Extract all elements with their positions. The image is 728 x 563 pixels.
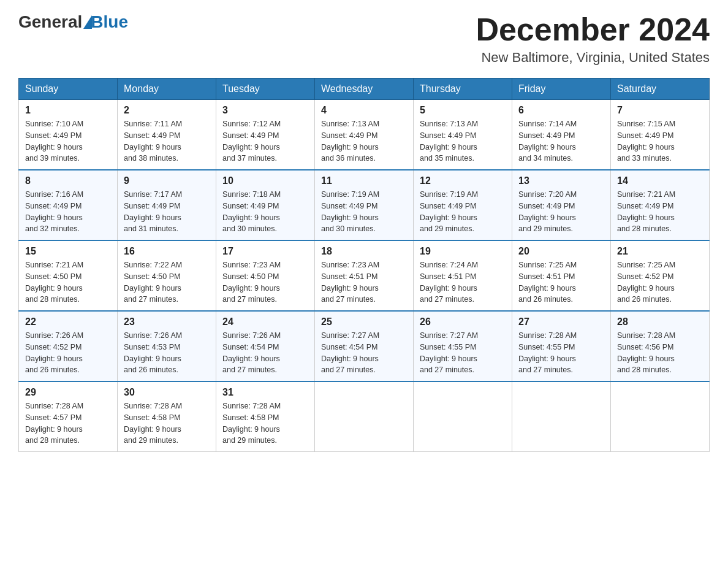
- day-info: Sunrise: 7:11 AMSunset: 4:49 PMDaylight:…: [124, 118, 210, 164]
- title-area: December 2024 New Baltimore, Virginia, U…: [476, 12, 710, 66]
- day-number: 3: [222, 105, 308, 116]
- table-row: 15Sunrise: 7:21 AMSunset: 4:50 PMDayligh…: [19, 240, 118, 311]
- calendar-header-row: Sunday Monday Tuesday Wednesday Thursday…: [19, 79, 710, 100]
- table-row: 1Sunrise: 7:10 AMSunset: 4:49 PMDaylight…: [19, 100, 118, 170]
- calendar-week-3: 15Sunrise: 7:21 AMSunset: 4:50 PMDayligh…: [19, 240, 710, 311]
- day-info: Sunrise: 7:14 AMSunset: 4:49 PMDaylight:…: [518, 118, 604, 164]
- day-number: 4: [321, 105, 407, 116]
- table-row: [611, 381, 710, 452]
- logo-general: General: [18, 12, 82, 32]
- day-info: Sunrise: 7:28 AMSunset: 4:58 PMDaylight:…: [124, 400, 210, 446]
- day-number: 20: [518, 246, 604, 257]
- month-title: December 2024: [476, 12, 710, 47]
- day-info: Sunrise: 7:20 AMSunset: 4:49 PMDaylight:…: [518, 189, 604, 235]
- day-number: 31: [222, 387, 308, 398]
- col-tuesday: Tuesday: [216, 79, 315, 100]
- table-row: 17Sunrise: 7:23 AMSunset: 4:50 PMDayligh…: [216, 240, 315, 311]
- day-info: Sunrise: 7:27 AMSunset: 4:55 PMDaylight:…: [420, 330, 506, 376]
- day-number: 10: [222, 175, 308, 186]
- table-row: [315, 381, 414, 452]
- col-friday: Friday: [512, 79, 611, 100]
- day-info: Sunrise: 7:13 AMSunset: 4:49 PMDaylight:…: [420, 118, 506, 164]
- table-row: 31Sunrise: 7:28 AMSunset: 4:58 PMDayligh…: [216, 381, 315, 452]
- table-row: 18Sunrise: 7:23 AMSunset: 4:51 PMDayligh…: [315, 240, 414, 311]
- col-saturday: Saturday: [611, 79, 710, 100]
- day-number: 24: [222, 316, 308, 327]
- day-number: 8: [25, 175, 111, 186]
- table-row: [414, 381, 512, 452]
- table-row: 13Sunrise: 7:20 AMSunset: 4:49 PMDayligh…: [512, 170, 611, 240]
- day-info: Sunrise: 7:17 AMSunset: 4:49 PMDaylight:…: [124, 189, 210, 235]
- table-row: 29Sunrise: 7:28 AMSunset: 4:57 PMDayligh…: [19, 381, 118, 452]
- day-info: Sunrise: 7:27 AMSunset: 4:54 PMDaylight:…: [321, 330, 407, 376]
- table-row: 5Sunrise: 7:13 AMSunset: 4:49 PMDaylight…: [414, 100, 512, 170]
- calendar-week-5: 29Sunrise: 7:28 AMSunset: 4:57 PMDayligh…: [19, 381, 710, 452]
- logo: General Blue: [18, 12, 128, 32]
- day-number: 13: [518, 175, 604, 186]
- day-number: 27: [518, 316, 604, 327]
- table-row: 3Sunrise: 7:12 AMSunset: 4:49 PMDaylight…: [216, 100, 315, 170]
- day-number: 5: [420, 105, 506, 116]
- col-thursday: Thursday: [414, 79, 512, 100]
- day-info: Sunrise: 7:23 AMSunset: 4:50 PMDaylight:…: [222, 259, 308, 305]
- calendar-table: Sunday Monday Tuesday Wednesday Thursday…: [18, 78, 710, 452]
- table-row: 23Sunrise: 7:26 AMSunset: 4:53 PMDayligh…: [118, 311, 216, 381]
- table-row: 22Sunrise: 7:26 AMSunset: 4:52 PMDayligh…: [19, 311, 118, 381]
- day-info: Sunrise: 7:28 AMSunset: 4:57 PMDaylight:…: [25, 400, 111, 446]
- table-row: 24Sunrise: 7:26 AMSunset: 4:54 PMDayligh…: [216, 311, 315, 381]
- table-row: 27Sunrise: 7:28 AMSunset: 4:55 PMDayligh…: [512, 311, 611, 381]
- day-info: Sunrise: 7:16 AMSunset: 4:49 PMDaylight:…: [25, 189, 111, 235]
- table-row: 20Sunrise: 7:25 AMSunset: 4:51 PMDayligh…: [512, 240, 611, 311]
- table-row: 9Sunrise: 7:17 AMSunset: 4:49 PMDaylight…: [118, 170, 216, 240]
- day-number: 2: [124, 105, 210, 116]
- day-info: Sunrise: 7:13 AMSunset: 4:49 PMDaylight:…: [321, 118, 407, 164]
- day-number: 22: [25, 316, 111, 327]
- col-monday: Monday: [118, 79, 216, 100]
- table-row: 25Sunrise: 7:27 AMSunset: 4:54 PMDayligh…: [315, 311, 414, 381]
- day-info: Sunrise: 7:28 AMSunset: 4:58 PMDaylight:…: [222, 400, 308, 446]
- calendar-week-1: 1Sunrise: 7:10 AMSunset: 4:49 PMDaylight…: [19, 100, 710, 170]
- table-row: 2Sunrise: 7:11 AMSunset: 4:49 PMDaylight…: [118, 100, 216, 170]
- day-info: Sunrise: 7:24 AMSunset: 4:51 PMDaylight:…: [420, 259, 506, 305]
- day-info: Sunrise: 7:12 AMSunset: 4:49 PMDaylight:…: [222, 118, 308, 164]
- table-row: [512, 381, 611, 452]
- day-info: Sunrise: 7:28 AMSunset: 4:55 PMDaylight:…: [518, 330, 604, 376]
- day-info: Sunrise: 7:22 AMSunset: 4:50 PMDaylight:…: [124, 259, 210, 305]
- day-number: 9: [124, 175, 210, 186]
- day-info: Sunrise: 7:25 AMSunset: 4:51 PMDaylight:…: [518, 259, 604, 305]
- day-info: Sunrise: 7:18 AMSunset: 4:49 PMDaylight:…: [222, 189, 308, 235]
- day-number: 29: [25, 387, 111, 398]
- calendar-week-2: 8Sunrise: 7:16 AMSunset: 4:49 PMDaylight…: [19, 170, 710, 240]
- day-info: Sunrise: 7:19 AMSunset: 4:49 PMDaylight:…: [321, 189, 407, 235]
- table-row: 11Sunrise: 7:19 AMSunset: 4:49 PMDayligh…: [315, 170, 414, 240]
- day-info: Sunrise: 7:21 AMSunset: 4:50 PMDaylight:…: [25, 259, 111, 305]
- logo-blue: Blue: [91, 12, 128, 32]
- day-number: 25: [321, 316, 407, 327]
- day-info: Sunrise: 7:21 AMSunset: 4:49 PMDaylight:…: [617, 189, 703, 235]
- day-info: Sunrise: 7:26 AMSunset: 4:53 PMDaylight:…: [124, 330, 210, 376]
- table-row: 16Sunrise: 7:22 AMSunset: 4:50 PMDayligh…: [118, 240, 216, 311]
- day-info: Sunrise: 7:28 AMSunset: 4:56 PMDaylight:…: [617, 330, 703, 376]
- day-number: 6: [518, 105, 604, 116]
- day-info: Sunrise: 7:15 AMSunset: 4:49 PMDaylight:…: [617, 118, 703, 164]
- day-number: 14: [617, 175, 703, 186]
- day-number: 30: [124, 387, 210, 398]
- day-number: 15: [25, 246, 111, 257]
- logo-text: General Blue: [18, 12, 128, 32]
- day-number: 16: [124, 246, 210, 257]
- table-row: 6Sunrise: 7:14 AMSunset: 4:49 PMDaylight…: [512, 100, 611, 170]
- day-number: 11: [321, 175, 407, 186]
- day-info: Sunrise: 7:26 AMSunset: 4:54 PMDaylight:…: [222, 330, 308, 376]
- day-info: Sunrise: 7:23 AMSunset: 4:51 PMDaylight:…: [321, 259, 407, 305]
- col-wednesday: Wednesday: [315, 79, 414, 100]
- table-row: 21Sunrise: 7:25 AMSunset: 4:52 PMDayligh…: [611, 240, 710, 311]
- day-number: 1: [25, 105, 111, 116]
- table-row: 30Sunrise: 7:28 AMSunset: 4:58 PMDayligh…: [118, 381, 216, 452]
- table-row: 26Sunrise: 7:27 AMSunset: 4:55 PMDayligh…: [414, 311, 512, 381]
- day-number: 18: [321, 246, 407, 257]
- day-number: 26: [420, 316, 506, 327]
- day-number: 21: [617, 246, 703, 257]
- day-number: 17: [222, 246, 308, 257]
- table-row: 10Sunrise: 7:18 AMSunset: 4:49 PMDayligh…: [216, 170, 315, 240]
- day-number: 23: [124, 316, 210, 327]
